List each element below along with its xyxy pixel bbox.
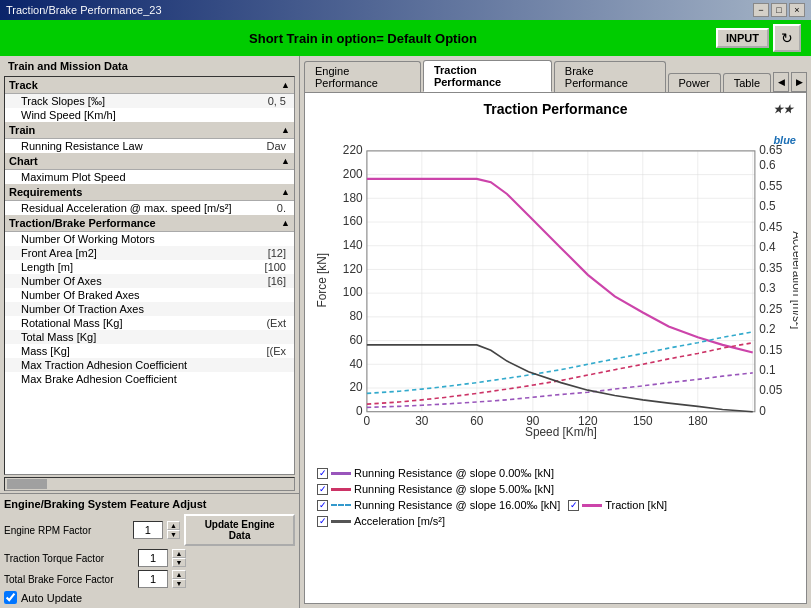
controls-title: Engine/Braking System Feature Adjust bbox=[4, 498, 295, 510]
input-button[interactable]: INPUT bbox=[716, 28, 769, 48]
tab-brake-performance[interactable]: Brake Performance bbox=[554, 61, 666, 92]
tab-table[interactable]: Table bbox=[723, 73, 771, 92]
rpm-spinner[interactable]: ▲ ▼ bbox=[167, 521, 180, 539]
svg-text:140: 140 bbox=[343, 238, 363, 252]
tree-item[interactable]: Rotational Mass [Kg](Ext bbox=[5, 316, 294, 330]
bottom-controls: Engine/Braking System Feature Adjust Eng… bbox=[0, 493, 299, 608]
tree-item[interactable]: Number Of Working Motors bbox=[5, 232, 294, 246]
legend-checkbox[interactable]: ✓ bbox=[317, 500, 328, 511]
rpm-row: Engine RPM Factor ▲ ▼ Update Engine Data bbox=[4, 514, 295, 546]
tree-group[interactable]: Traction/Brake Performance▲ bbox=[5, 215, 294, 232]
svg-text:0: 0 bbox=[356, 404, 363, 418]
title-bar-buttons: − □ × bbox=[753, 3, 805, 17]
left-panel-title: Train and Mission Data bbox=[0, 56, 299, 76]
auto-update-row: Auto Update bbox=[4, 591, 295, 604]
tab-nav-buttons: ◀▶ bbox=[773, 72, 807, 92]
tab-prev-button[interactable]: ◀ bbox=[773, 72, 789, 92]
brake-row: Total Brake Force Factor ▲ ▼ bbox=[4, 570, 295, 588]
legend-label: Running Resistance @ slope 5.00‰ [kN] bbox=[354, 483, 554, 495]
tree-item[interactable]: Total Mass [Kg] bbox=[5, 330, 294, 344]
legend-color bbox=[331, 520, 351, 523]
svg-text:200: 200 bbox=[343, 167, 363, 181]
brake-down-arrow[interactable]: ▼ bbox=[172, 579, 186, 588]
auto-update-label: Auto Update bbox=[21, 592, 82, 604]
refresh-button[interactable]: ↻ bbox=[773, 24, 801, 52]
legend-item: ✓Traction [kN] bbox=[568, 499, 667, 511]
rpm-input[interactable] bbox=[133, 521, 163, 539]
legend-checkbox[interactable]: ✓ bbox=[568, 500, 579, 511]
tab-engine-performance[interactable]: Engine Performance bbox=[304, 61, 421, 92]
svg-text:0.1: 0.1 bbox=[759, 363, 776, 377]
update-engine-button[interactable]: Update Engine Data bbox=[184, 514, 295, 546]
legend-label: Running Resistance @ slope 16.00‰ [kN] bbox=[354, 499, 560, 511]
tree-group[interactable]: Train▲ bbox=[5, 122, 294, 139]
svg-text:60: 60 bbox=[470, 414, 484, 428]
svg-text:80: 80 bbox=[349, 309, 363, 323]
window-title: Traction/Brake Performance_23 bbox=[6, 4, 162, 16]
brake-up-arrow[interactable]: ▲ bbox=[172, 570, 186, 579]
tree-item[interactable]: Residual Acceleration @ max. speed [m/s²… bbox=[5, 201, 294, 215]
tree-group[interactable]: Chart▲ bbox=[5, 153, 294, 170]
tree-item[interactable]: Wind Speed [Km/h] bbox=[5, 108, 294, 122]
torque-input[interactable] bbox=[138, 549, 168, 567]
svg-text:100: 100 bbox=[343, 285, 363, 299]
legend-item: ✓Acceleration [m/s²] bbox=[317, 515, 445, 527]
svg-text:150: 150 bbox=[633, 414, 653, 428]
torque-down-arrow[interactable]: ▼ bbox=[172, 558, 186, 567]
tree-item[interactable]: Maximum Plot Speed bbox=[5, 170, 294, 184]
brake-spinner[interactable]: ▲ ▼ bbox=[172, 570, 186, 588]
svg-text:0.45: 0.45 bbox=[759, 220, 782, 234]
torque-up-arrow[interactable]: ▲ bbox=[172, 549, 186, 558]
svg-text:30: 30 bbox=[415, 414, 429, 428]
svg-text:0: 0 bbox=[364, 414, 371, 428]
svg-text:0.6: 0.6 bbox=[759, 158, 776, 172]
torque-spinner[interactable]: ▲ ▼ bbox=[172, 549, 186, 567]
brake-input[interactable] bbox=[138, 570, 168, 588]
legend-item: ✓Running Resistance @ slope 0.00‰ [kN] bbox=[317, 467, 554, 479]
legend-checkbox[interactable]: ✓ bbox=[317, 484, 328, 495]
title-bar: Traction/Brake Performance_23 − □ × bbox=[0, 0, 811, 20]
tree-group[interactable]: Track▲ bbox=[5, 77, 294, 94]
minimize-button[interactable]: − bbox=[753, 3, 769, 17]
tree-item[interactable]: Number Of Braked Axes bbox=[5, 288, 294, 302]
tree-item[interactable]: Length [m][100 bbox=[5, 260, 294, 274]
rpm-up-arrow[interactable]: ▲ bbox=[167, 521, 180, 530]
svg-text:160: 160 bbox=[343, 214, 363, 228]
main-layout: Train and Mission Data Track▲Track Slope… bbox=[0, 56, 811, 608]
tab-next-button[interactable]: ▶ bbox=[791, 72, 807, 92]
auto-update-checkbox[interactable] bbox=[4, 591, 17, 604]
tree-item[interactable]: Front Area [m2][12] bbox=[5, 246, 294, 260]
tree-item[interactable]: Max Traction Adhesion Coefficient bbox=[5, 358, 294, 372]
tree-item[interactable]: Number Of Axes[16] bbox=[5, 274, 294, 288]
legend-item: ✓Running Resistance @ slope 16.00‰ [kN] bbox=[317, 499, 560, 511]
svg-text:0: 0 bbox=[759, 404, 766, 418]
legend-label: Acceleration [m/s²] bbox=[354, 515, 445, 527]
rpm-down-arrow[interactable]: ▼ bbox=[167, 530, 180, 539]
legend-item: ✓Running Resistance @ slope 5.00‰ [kN] bbox=[317, 483, 554, 495]
tree-item[interactable]: Number Of Traction Axes bbox=[5, 302, 294, 316]
torque-row: Traction Torque Factor ▲ ▼ bbox=[4, 549, 295, 567]
tab-power[interactable]: Power bbox=[668, 73, 721, 92]
svg-rect-20 bbox=[367, 151, 755, 412]
legend-label: Running Resistance @ slope 0.00‰ [kN] bbox=[354, 467, 554, 479]
maximize-button[interactable]: □ bbox=[771, 3, 787, 17]
legend-checkbox[interactable]: ✓ bbox=[317, 468, 328, 479]
tree-item[interactable]: Mass [Kg][(Ex bbox=[5, 344, 294, 358]
horizontal-scrollbar[interactable] bbox=[4, 477, 295, 491]
tree-group[interactable]: Requirements▲ bbox=[5, 184, 294, 201]
tree-item[interactable]: Running Resistance LawDav bbox=[5, 139, 294, 153]
legend-checkbox[interactable]: ✓ bbox=[317, 516, 328, 527]
chart-container: Traction Performance ★★ blue bbox=[304, 92, 807, 604]
chart-title: Traction Performance bbox=[313, 101, 798, 117]
svg-text:0.05: 0.05 bbox=[759, 383, 782, 397]
tab-traction-performance[interactable]: Traction Performance bbox=[423, 60, 552, 92]
tree-area[interactable]: Track▲Track Slopes [‰]0, 5Wind Speed [Km… bbox=[4, 76, 295, 475]
legend-color bbox=[331, 472, 351, 475]
right-panel: Engine PerformanceTraction PerformanceBr… bbox=[300, 56, 811, 608]
svg-text:220: 220 bbox=[343, 143, 363, 157]
tree-item[interactable]: Track Slopes [‰]0, 5 bbox=[5, 94, 294, 108]
blue-watermark: ★★ blue bbox=[773, 103, 796, 149]
close-button[interactable]: × bbox=[789, 3, 805, 17]
tree-item[interactable]: Max Brake Adhesion Coefficient bbox=[5, 372, 294, 386]
legend-color bbox=[331, 504, 351, 506]
